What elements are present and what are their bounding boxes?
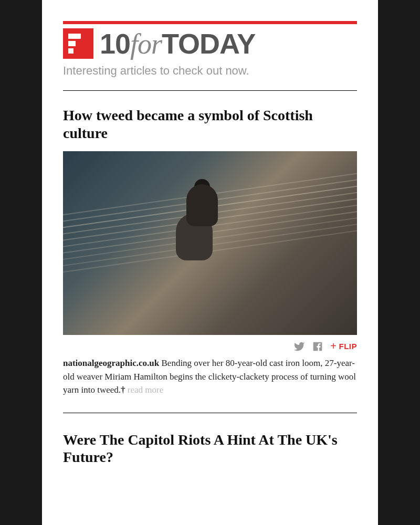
twitter-icon[interactable] bbox=[293, 341, 305, 352]
article-excerpt: nationalgeographic.co.uk Bending over he… bbox=[63, 356, 357, 397]
brand-for: for bbox=[130, 28, 162, 60]
header-subtitle: Interesting articles to check out now. bbox=[63, 64, 357, 78]
facebook-icon[interactable] bbox=[312, 341, 323, 352]
header: 10forTODAY Interesting articles to check… bbox=[63, 28, 357, 91]
flipboard-logo-icon bbox=[63, 28, 93, 59]
article-title[interactable]: Were The Capitol Riots A Hint At The UK'… bbox=[63, 431, 357, 466]
read-more-link[interactable]: read more bbox=[128, 385, 163, 395]
dagger-mark: † bbox=[121, 385, 125, 395]
brand-title: 10forTODAY bbox=[100, 29, 255, 58]
article: Were The Capitol Riots A Hint At The UK'… bbox=[63, 431, 357, 466]
newsletter-page: 10forTODAY Interesting articles to check… bbox=[42, 0, 378, 525]
article: How tweed became a symbol of Scottish cu… bbox=[63, 107, 357, 397]
flip-label: FLIP bbox=[339, 342, 358, 351]
article-source[interactable]: nationalgeographic.co.uk bbox=[63, 358, 159, 368]
plus-icon: + bbox=[330, 340, 337, 352]
article-title[interactable]: How tweed became a symbol of Scottish cu… bbox=[63, 107, 357, 142]
article-hero-image[interactable] bbox=[63, 151, 357, 335]
brand-number: 10 bbox=[100, 28, 130, 59]
share-bar: + FLIP bbox=[63, 335, 357, 356]
brand-today: TODAY bbox=[162, 28, 255, 59]
brand-row: 10forTODAY bbox=[63, 28, 357, 59]
article-divider bbox=[63, 413, 357, 413]
accent-bar bbox=[63, 21, 357, 24]
flip-button[interactable]: + FLIP bbox=[330, 340, 357, 352]
